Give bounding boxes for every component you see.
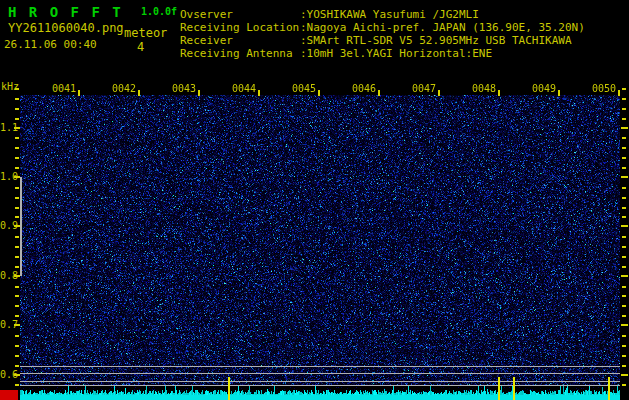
x-axis-tick-label: 0044	[230, 83, 256, 94]
y-axis-minor-tick-right	[622, 345, 626, 347]
x-axis-tick	[558, 90, 560, 96]
x-axis-tick	[318, 90, 320, 96]
y-axis-major-tick-right	[621, 275, 628, 277]
y-axis-minor-tick-right	[622, 167, 626, 169]
y-axis-minor-tick-right	[622, 315, 626, 317]
x-axis-tick	[258, 90, 260, 96]
frequency-range-marker-bar	[20, 177, 22, 276]
y-axis-minor-tick-left	[15, 108, 19, 110]
frequency-axis-unit-label: kHz	[1, 81, 19, 92]
y-axis-major-tick-right	[621, 127, 628, 129]
y-axis-minor-tick-right	[622, 256, 626, 258]
y-axis-minor-tick-left	[15, 167, 19, 169]
carrier-reference-line	[20, 385, 620, 386]
meteor-echo-mark	[498, 377, 500, 400]
y-axis-minor-tick-right	[622, 295, 626, 297]
y-axis-minor-tick-left	[15, 98, 19, 100]
y-axis-minor-tick-left	[15, 365, 19, 367]
x-axis-tick-label: 0050	[590, 83, 616, 94]
x-axis-tick	[198, 90, 200, 96]
meteor-echo-mark	[228, 377, 230, 400]
y-axis-minor-tick-left	[15, 305, 19, 307]
y-axis-major-tick-right	[621, 176, 628, 178]
y-axis-minor-tick-left	[15, 157, 19, 159]
spectrogram-canvas	[20, 95, 620, 385]
x-axis-tick	[618, 90, 620, 96]
y-axis-minor-tick-left	[15, 335, 19, 337]
y-axis-minor-tick-right	[622, 197, 626, 199]
y-axis-tick-label: 0.9	[0, 220, 14, 231]
y-axis-minor-tick-left	[15, 216, 19, 218]
y-axis-minor-tick-right	[622, 355, 626, 357]
y-axis-minor-tick-right	[622, 108, 626, 110]
x-axis-tick	[138, 90, 140, 96]
y-axis-minor-tick-left	[15, 197, 19, 199]
y-axis-minor-tick-left	[15, 118, 19, 120]
y-axis-major-tick-right	[621, 374, 628, 376]
y-axis-minor-tick-left	[15, 315, 19, 317]
y-axis-tick-label: 1.0	[0, 171, 14, 182]
y-axis-minor-tick-right	[622, 187, 626, 189]
x-axis-tick-label: 0047	[410, 83, 436, 94]
y-axis-major-tick-right	[621, 324, 628, 326]
x-axis-tick	[498, 90, 500, 96]
y-axis-minor-tick-right	[622, 147, 626, 149]
spectrogram-plot: kHz 004100420043004400450046004700480049…	[0, 0, 629, 400]
y-axis-minor-tick-right	[622, 335, 626, 337]
x-axis-tick-label: 0042	[110, 83, 136, 94]
y-axis-minor-tick-left	[15, 256, 19, 258]
x-axis-tick-label: 0043	[170, 83, 196, 94]
y-axis-minor-tick-right	[622, 216, 626, 218]
meteor-echo-mark	[608, 377, 610, 400]
y-axis-major-tick-right	[621, 225, 628, 227]
y-axis-minor-tick-right	[622, 266, 626, 268]
y-axis-minor-tick-right	[622, 236, 626, 238]
x-axis-tick	[438, 90, 440, 96]
y-axis-minor-tick-right	[622, 246, 626, 248]
y-axis-minor-tick-right	[622, 88, 626, 90]
x-axis-tick-label: 0041	[50, 83, 76, 94]
x-axis-tick-label: 0049	[530, 83, 556, 94]
y-axis-minor-tick-right	[622, 137, 626, 139]
y-axis-minor-tick-left	[15, 147, 19, 149]
y-axis-minor-tick-left	[15, 355, 19, 357]
signal-level-meter-canvas	[0, 386, 629, 400]
y-axis-tick-label: 0.7	[0, 319, 14, 330]
y-axis-tick-label: 0.6	[0, 369, 14, 380]
carrier-reference-line	[20, 373, 620, 374]
y-axis-minor-tick-left	[15, 137, 19, 139]
x-axis-tick-label: 0048	[470, 83, 496, 94]
x-axis-tick-label: 0045	[290, 83, 316, 94]
y-axis-tick-label: 0.8	[0, 270, 14, 281]
y-axis-minor-tick-right	[622, 118, 626, 120]
y-axis-minor-tick-right	[622, 157, 626, 159]
meteor-echo-mark	[513, 377, 515, 400]
y-axis-minor-tick-left	[15, 266, 19, 268]
y-axis-minor-tick-left	[15, 384, 19, 386]
y-axis-minor-tick-right	[622, 384, 626, 386]
y-axis-minor-tick-right	[622, 365, 626, 367]
carrier-reference-line	[20, 366, 620, 367]
y-axis-minor-tick-left	[15, 286, 19, 288]
y-axis-minor-tick-left	[15, 246, 19, 248]
y-axis-minor-tick-left	[15, 88, 19, 90]
carrier-reference-line	[20, 381, 620, 382]
hrofft-screen: H R O F F T 1.0.0f YY2611060040.png mete…	[0, 0, 629, 400]
x-axis-tick	[78, 90, 80, 96]
y-axis-minor-tick-left	[15, 207, 19, 209]
y-axis-minor-tick-left	[15, 345, 19, 347]
x-axis-tick-label: 0046	[350, 83, 376, 94]
y-axis-minor-tick-right	[622, 305, 626, 307]
y-axis-major-tick-left	[14, 127, 20, 129]
y-axis-minor-tick-right	[622, 286, 626, 288]
x-axis-tick	[378, 90, 380, 96]
y-axis-minor-tick-right	[622, 207, 626, 209]
y-axis-major-tick-left	[14, 324, 20, 326]
y-axis-minor-tick-left	[15, 236, 19, 238]
y-axis-tick-label: 1.1	[0, 122, 14, 133]
y-axis-minor-tick-left	[15, 295, 19, 297]
y-axis-minor-tick-left	[15, 187, 19, 189]
y-axis-minor-tick-right	[622, 98, 626, 100]
